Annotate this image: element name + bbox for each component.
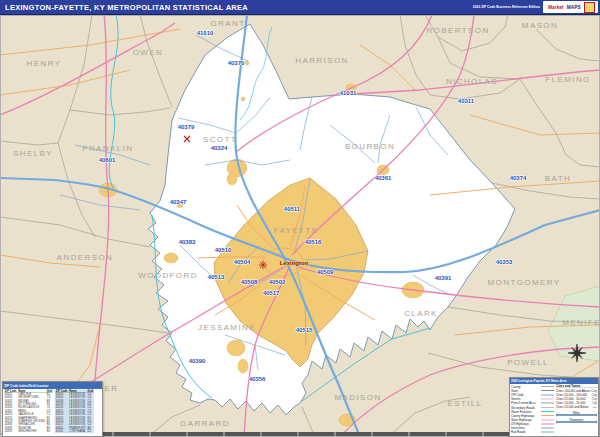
legend-body: CountyStateZIP CodeStreetsPrim./Limited … (510, 384, 599, 435)
edition-wrap: 2020 ZIP Code Business Reference Edition (418, 0, 540, 14)
page: LEXINGTON-FAYETTE, KY METROPOLITAN STATI… (0, 0, 600, 437)
compass-rose-icon (568, 344, 586, 362)
zip-index-row: 41031CYNTHIANAD2 (55, 430, 94, 433)
legend-city-class: Cities 10,000 and BelowCity (556, 405, 597, 409)
legend-line-item: Rail Roads (511, 430, 554, 434)
legend-line-samples: CountyStateZIP CodeStreetsPrim./Limited … (511, 385, 554, 435)
logo-word-maps: MAPS (566, 5, 580, 10)
legend-title: 2020 Lexington-Fayette, KY Metro Area (510, 380, 567, 383)
zip-index-table-left: ZIP CodeNameGrid40311CARLISLEE240324GEOR… (4, 389, 53, 433)
marketmaps-logo: Market MAPS (543, 1, 598, 13)
legend-panel: 2020 Lexington-Fayette, KY Metro Area Co… (509, 377, 599, 437)
map-title: LEXINGTON-FAYETTE, KY METROPOLITAN STATI… (0, 3, 248, 12)
zip-index-title: ZIP Code Index/Grid Locator (3, 384, 49, 387)
map-artwork (0, 15, 600, 437)
zip-index-body: ZIP CodeNameGrid40311CARLISLEE240324GEOR… (3, 389, 103, 434)
logo-word-market: Market (548, 5, 563, 10)
map-canvas[interactable] (0, 15, 600, 437)
zip-index-panel: ZIP Code Index/Grid Locator ZIP CodeName… (2, 381, 103, 437)
legend-cities-section: Cities and Towns Cities 100,000 and Abov… (556, 385, 597, 435)
legend-city-class: Cities 50,000 - 100,000City (556, 393, 597, 397)
zip-index-table-right: ZIP CodeNameGrid40502LEXINGTONC440504LEX… (55, 389, 94, 433)
edition-text: 2020 ZIP Code Business Reference Edition (473, 5, 540, 8)
zip-index-row: 40391WINCHESTERE4 (4, 430, 53, 433)
legend-city-classes: Cities 100,000 and AboveCityCities 50,00… (556, 389, 597, 410)
scalebar-kilometers: Kilometers (556, 418, 597, 423)
title-bar: LEXINGTON-FAYETTE, KY METROPOLITAN STATI… (0, 0, 600, 15)
legend-city-class: Cities 25,000 - 50,000City (556, 397, 597, 401)
logo-badge (584, 2, 595, 13)
zip-index-header: ZIP Code Index/Grid Locator (3, 382, 102, 389)
scalebar-miles: Miles (556, 411, 597, 416)
legend-cities-title: Cities and Towns (556, 385, 597, 389)
